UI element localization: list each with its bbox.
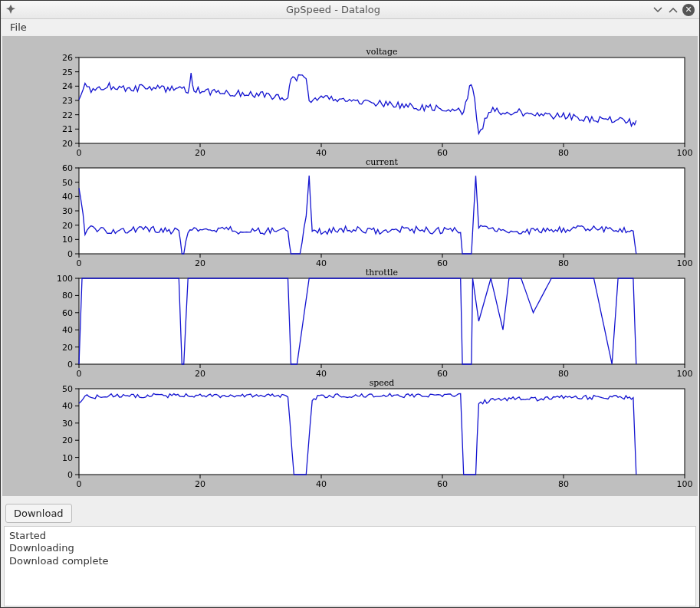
x-tick-label: 40 [316,369,327,379]
chart-title: speed [370,378,395,388]
plot-box [79,278,685,364]
x-tick-label: 0 [77,258,82,268]
y-tick-label: 0 [67,470,73,480]
plot-box [79,58,685,143]
x-tick-label: 0 [77,369,82,379]
x-tick-label: 100 [677,148,693,158]
x-tick-label: 40 [316,258,327,268]
x-tick-label: 20 [195,258,205,268]
y-tick-label: 23 [62,96,73,106]
x-tick-label: 20 [195,369,205,379]
y-tick-label: 40 [62,192,73,202]
plot-box [79,168,685,254]
window-title: GpSpeed - Datalog [18,4,649,15]
y-tick-label: 30 [62,419,73,429]
download-button[interactable]: Download [5,504,72,523]
x-tick-label: 0 [77,148,82,158]
x-tick-label: 40 [316,148,327,158]
x-tick-label: 60 [437,479,448,489]
y-tick-label: 100 [57,274,73,284]
x-tick-label: 100 [677,258,693,268]
close-icon[interactable]: ✕ [682,4,695,16]
x-tick-label: 80 [558,479,569,489]
x-tick-label: 80 [558,148,569,158]
y-tick-label: 40 [62,401,73,411]
y-tick-label: 10 [62,235,73,245]
chart-title: voltage [366,47,398,57]
plot-box [79,389,685,475]
y-tick-label: 22 [62,110,73,120]
y-tick-label: 20 [62,221,73,231]
y-tick-label: 50 [62,178,73,188]
y-tick-label: 10 [62,453,73,463]
minimize-icon[interactable] [652,4,664,16]
y-tick-label: 21 [62,124,73,134]
y-tick-label: 20 [62,435,73,445]
pin-icon[interactable] [5,4,18,16]
x-tick-label: 60 [437,369,448,379]
y-tick-label: 26 [62,53,73,63]
y-tick-label: 20 [62,343,73,353]
x-tick-label: 40 [316,479,327,489]
menu-file[interactable]: File [5,20,31,35]
y-tick-label: 24 [62,81,73,91]
x-tick-label: 0 [77,479,82,489]
y-tick-label: 30 [62,206,73,216]
x-tick-label: 100 [677,369,693,379]
x-tick-label: 60 [437,148,448,158]
chart-title: current [366,157,398,167]
bottom-panel: Download Started Downloading Download co… [4,502,696,606]
x-tick-label: 100 [677,479,693,489]
plot-area: voltage20212223242526020406080100current… [2,36,698,496]
y-tick-label: 20 [62,139,73,149]
log-output: Started Downloading Download complete [4,526,696,606]
y-tick-label: 80 [62,291,73,301]
x-tick-label: 80 [558,258,569,268]
log-line: Downloading [9,542,74,554]
y-tick-label: 25 [62,67,73,77]
y-tick-label: 50 [62,384,73,394]
y-tick-label: 40 [62,325,73,335]
app-window: GpSpeed - Datalog ✕ File voltage20212223… [0,0,700,608]
x-tick-label: 60 [437,258,448,268]
menubar: File [1,19,699,35]
x-tick-label: 80 [558,369,569,379]
charts-svg: voltage20212223242526020406080100current… [2,36,696,496]
x-tick-label: 20 [195,148,205,158]
y-tick-label: 0 [67,360,73,370]
maximize-icon[interactable] [667,4,679,16]
y-tick-label: 0 [67,249,73,259]
y-tick-label: 60 [62,163,73,173]
y-tick-label: 60 [62,308,73,318]
log-line: Download complete [9,555,108,567]
titlebar: GpSpeed - Datalog ✕ [1,1,699,19]
x-tick-label: 20 [195,479,205,489]
chart-title: throttle [366,268,398,278]
log-line: Started [9,530,46,541]
